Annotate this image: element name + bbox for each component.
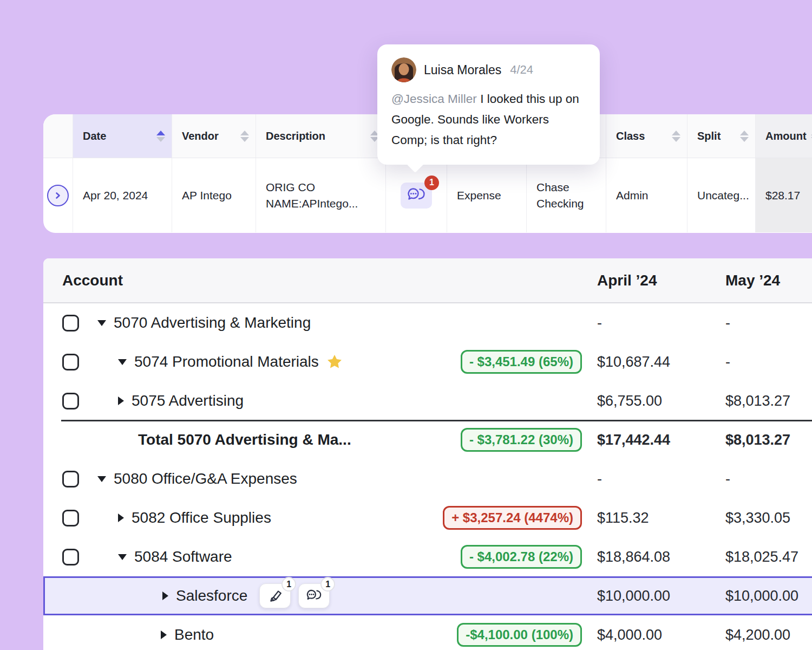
may-value: $4,200.00 [725, 627, 812, 644]
sort-icon [240, 131, 249, 142]
column-header-description-label: Description [266, 130, 325, 142]
description-cell: ORIG CO NAME:APIntego... [256, 158, 386, 232]
caret-down-icon[interactable] [118, 359, 127, 365]
row-checkbox[interactable] [62, 510, 79, 526]
account-total-row: Total 5070 Advertising & Ma... - $3,781.… [43, 420, 812, 459]
column-header-date[interactable]: Date [73, 114, 172, 158]
comment-bubbles-icon [406, 186, 427, 204]
transaction-row[interactable]: Apr 20, 2024 AP Intego ORIG CO NAME:APIn… [43, 158, 812, 232]
variance-badge[interactable]: - $4,002.78 (22%) [461, 545, 582, 569]
accounts-header-row: Account April ’24 May ’24 [43, 258, 812, 303]
may-value: $8,013.27 [725, 393, 812, 410]
caret-right-icon[interactable] [162, 592, 168, 600]
account-row[interactable]: 5074 Promotional Materials - $3,451.49 (… [43, 342, 812, 381]
comment-indicator[interactable]: 1 [401, 183, 432, 209]
account-row[interactable]: 5084 Software - $4,002.78 (22%) $18,864.… [43, 537, 812, 576]
april-value: $4,000.00 [597, 627, 725, 644]
account-label: 5084 Software [134, 548, 232, 566]
sort-icon [672, 131, 680, 142]
variance-badge[interactable]: - $3,781.22 (30%) [461, 428, 582, 452]
column-header-split-label: Split [697, 130, 721, 142]
comment-text: @Jessica Miller I looked this up on Goog… [391, 89, 586, 151]
account-row[interactable]: 5080 Office/G&A Expenses - - [43, 459, 812, 498]
variance-badge[interactable]: + $3,257.24 (4474%) [443, 506, 582, 530]
caret-right-icon[interactable] [118, 396, 124, 405]
account-label: 5070 Advertising & Marketing [114, 314, 311, 332]
date-cell: Apr 20, 2024 [73, 158, 172, 232]
april-value: $6,755.00 [597, 393, 725, 410]
account-label: Salesforce [176, 587, 247, 604]
april-value: $10,687.44 [597, 354, 725, 370]
comment-count-badge: 1 [320, 577, 335, 592]
expand-row-button[interactable] [47, 185, 69, 206]
caret-right-icon[interactable] [161, 630, 167, 639]
april-value: - [597, 471, 725, 487]
may-value: - [725, 315, 812, 332]
account-label: 5075 Advertising [132, 392, 244, 410]
row-checkbox[interactable] [62, 354, 79, 370]
avatar [391, 57, 416, 82]
chevron-right-icon [53, 191, 63, 200]
account-row[interactable]: 5070 Advertising & Marketing - - [43, 303, 812, 342]
comment-mention: @Jessica Miller [391, 92, 477, 106]
caret-down-icon[interactable] [97, 320, 106, 326]
comment-bubbles-icon [305, 588, 323, 603]
account-row-selected[interactable]: Salesforce 1 [43, 576, 812, 615]
variance-badge[interactable]: -$4,100.00 (100%) [457, 623, 582, 647]
account-row[interactable]: 5075 Advertising $6,755.00 $8,013.27 [43, 381, 812, 420]
column-header-vendor-label: Vendor [182, 130, 219, 142]
column-header-split[interactable]: Split [687, 114, 756, 158]
amount-cell: $28.17 [756, 158, 812, 232]
caret-down-icon[interactable] [97, 476, 106, 482]
comment-count-badge: 1 [424, 176, 439, 190]
comment-date: 4/24 [510, 63, 533, 77]
column-header-may: May ’24 [725, 272, 812, 289]
april-value: $10,000.00 [597, 588, 725, 604]
april-value: $17,442.44 [597, 432, 725, 448]
may-value: - [725, 354, 812, 370]
column-header-amount[interactable]: Amount [756, 114, 812, 158]
comment-author: Luisa Morales [424, 63, 501, 77]
comment-button[interactable]: 1 [298, 583, 330, 608]
accounts-card: Account April ’24 May ’24 5070 Advertisi… [43, 258, 812, 650]
sort-icon [740, 131, 749, 142]
account-row[interactable]: Bento -$4,100.00 (100%) $4,000.00 $4,200… [43, 615, 812, 650]
total-label: Total 5070 Advertising & Ma... [138, 431, 351, 448]
highlight-count-badge: 1 [281, 577, 296, 592]
april-value: $18,864.08 [597, 549, 725, 566]
account-label: 5080 Office/G&A Expenses [114, 470, 297, 487]
may-value: - [725, 471, 812, 487]
column-header-date-label: Date [83, 130, 106, 142]
class-cell: Admin [606, 158, 687, 232]
may-value: $3,330.05 [725, 510, 812, 526]
april-value: - [597, 315, 725, 332]
may-value: $8,013.27 [725, 432, 812, 448]
variance-badge[interactable]: - $3,451.49 (65%) [461, 350, 582, 374]
column-header-account: Account [62, 272, 597, 289]
column-header-amount-label: Amount [765, 130, 807, 142]
favorite-star-icon [325, 353, 344, 370]
comment-tooltip: Luisa Morales 4/24 @Jessica Miller I loo… [377, 44, 600, 165]
account-label: 5074 Promotional Materials [134, 353, 319, 370]
may-value: $10,000.00 [725, 588, 812, 604]
account-label: 5082 Office Supplies [132, 509, 271, 526]
column-header-april: April ’24 [597, 272, 725, 289]
april-value: $115.32 [597, 510, 725, 526]
row-checkbox[interactable] [62, 315, 79, 332]
column-header-expand [43, 114, 73, 158]
highlighter-button[interactable]: 1 [259, 583, 291, 608]
column-header-class[interactable]: Class [606, 114, 687, 158]
row-checkbox[interactable] [62, 549, 79, 566]
account-row[interactable]: 5082 Office Supplies + $3,257.24 (4474%)… [43, 498, 812, 537]
row-checkbox[interactable] [62, 471, 79, 487]
column-header-vendor[interactable]: Vendor [172, 114, 256, 158]
may-value: $18,025.47 [725, 549, 812, 566]
caret-down-icon[interactable] [118, 554, 127, 560]
column-header-description[interactable]: Description [256, 114, 386, 158]
highlighter-icon [267, 588, 283, 603]
account-label: Bento [174, 626, 214, 644]
caret-right-icon[interactable] [118, 514, 124, 522]
sort-icon [156, 131, 165, 142]
row-checkbox[interactable] [62, 393, 79, 410]
type-cell: Expense [447, 158, 527, 232]
